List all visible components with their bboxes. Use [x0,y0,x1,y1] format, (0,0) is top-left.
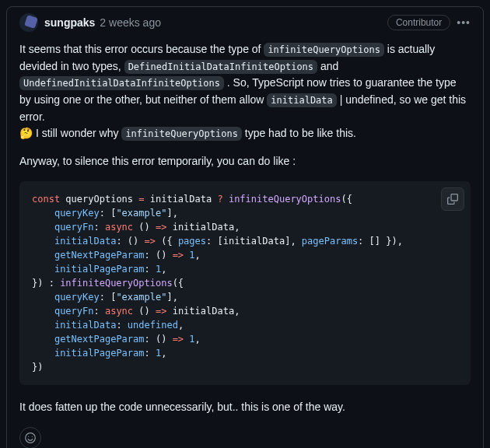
comment-container: sungpaks 2 weeks ago Contributor ••• It … [6,6,484,448]
comment-body: It seems that this error occurs because … [7,37,483,448]
avatar[interactable] [19,13,38,32]
comment-header: sungpaks 2 weeks ago Contributor ••• [7,7,483,37]
svg-point-0 [26,432,36,443]
text: and [317,60,338,72]
copy-icon [447,194,458,205]
comment-timestamp[interactable]: 2 weeks ago [100,16,161,29]
inline-code: infiniteQueryOptions [264,43,384,57]
code-block: const queryOptions = initialData ? infin… [19,181,471,385]
inline-code: DefinedInitialDataInfiniteOptions [124,60,317,74]
add-reaction-button[interactable] [19,427,41,449]
text: It seems that this error occurs because … [19,43,264,55]
copy-button[interactable] [441,187,464,211]
paragraph-1: It seems that this error occurs because … [19,41,471,142]
header-actions: Contributor ••• [387,15,471,30]
text: I still wonder why [33,127,121,139]
contributor-badge: Contributor [387,15,450,30]
smiley-icon [24,432,37,444]
paragraph-3: It does fatten up the code unnecessarily… [19,399,471,416]
svg-point-2 [32,436,33,436]
svg-point-1 [28,436,29,436]
kebab-menu-icon[interactable]: ••• [457,17,471,28]
text: type had to be like this. [242,127,356,139]
inline-code: initialData [267,93,336,107]
inline-code: infiniteQueryOptions [121,127,242,141]
inline-code: UndefinedInitialDataInfiniteOptions [19,76,224,90]
thinking-emoji: 🤔 [19,127,33,139]
paragraph-2: Anyway, to silence this error temporaril… [19,153,471,170]
author-link[interactable]: sungpaks [44,16,95,29]
